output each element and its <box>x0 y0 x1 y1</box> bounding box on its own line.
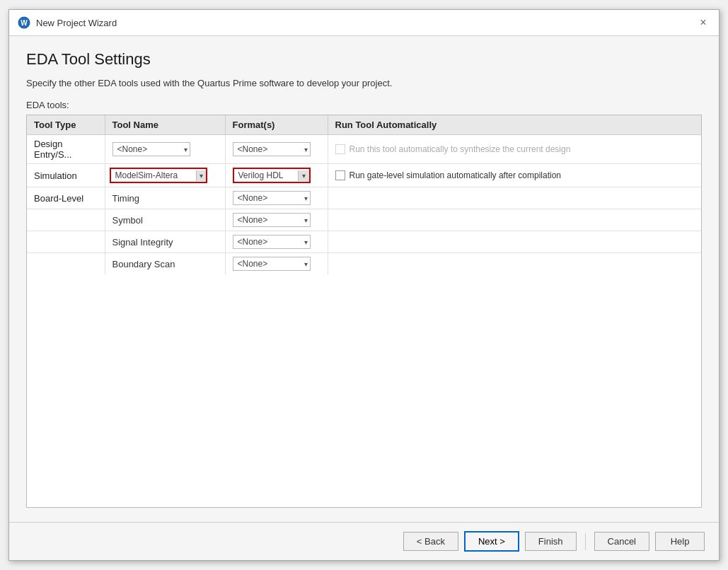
run-auto-design-entry-checkbox[interactable] <box>335 144 345 154</box>
dialog-title: New Project Wizard <box>36 18 117 28</box>
format-si-wrapper[interactable]: <None> <box>233 235 311 249</box>
table-row-signal-integrity: Signal Integrity <None> <box>27 231 701 253</box>
table-row-symbol: Symbol <None> <box>27 209 701 231</box>
tool-type-board-level: Board-Level <box>27 187 105 209</box>
dialog: W New Project Wizard × EDA Tool Settings… <box>8 9 720 561</box>
run-auto-simulation-checkbox[interactable] <box>335 170 345 180</box>
format-simulation-wrapper[interactable]: Verilog HDL ▾ <box>233 168 311 183</box>
finish-button[interactable]: Finish <box>525 532 577 551</box>
format-design-entry-wrapper[interactable]: <None> <box>233 142 311 156</box>
svg-text:W: W <box>21 19 28 27</box>
tool-name-timing-label: Timing <box>112 193 140 204</box>
tool-name-simulation-wrapper[interactable]: ModelSim-Altera ▾ <box>110 168 207 183</box>
tool-name-si-cell: Signal Integrity <box>105 231 225 253</box>
format-si-select[interactable]: <None> <box>233 235 311 249</box>
format-simulation-select[interactable]: Verilog HDL <box>234 169 298 182</box>
col-formats: Format(s) <box>225 115 328 135</box>
run-auto-si-cell <box>328 231 701 253</box>
format-bs-wrapper[interactable]: <None> <box>233 257 311 271</box>
eda-tools-table-container: Tool Type Tool Name Format(s) Run Tool A… <box>26 115 702 508</box>
format-timing-cell: <None> <box>225 187 328 209</box>
tool-type-empty-bs <box>27 253 105 275</box>
tool-type-empty-symbol <box>27 209 105 231</box>
description: Specify the other EDA tools used with th… <box>26 77 702 90</box>
format-symbol-wrapper[interactable]: <None> <box>233 213 311 227</box>
format-timing-wrapper[interactable]: <None> <box>233 191 311 205</box>
format-symbol-select[interactable]: <None> <box>233 213 311 227</box>
footer-divider <box>585 533 586 550</box>
format-symbol-cell: <None> <box>225 209 328 231</box>
col-tool-type: Tool Type <box>27 115 105 135</box>
format-bs-cell: <None> <box>225 253 328 275</box>
help-button[interactable]: Help <box>655 532 705 551</box>
page-title: EDA Tool Settings <box>26 50 702 69</box>
col-run-auto: Run Tool Automatically <box>328 115 701 135</box>
run-auto-symbol-cell <box>328 209 701 231</box>
format-si-cell: <None> <box>225 231 328 253</box>
run-auto-timing-cell <box>328 187 701 209</box>
table-row-simulation: Simulation ModelSim-Altera ▾ <box>27 164 701 187</box>
run-auto-design-entry-label: Run this tool automatically to synthesiz… <box>349 144 571 154</box>
cancel-button[interactable]: Cancel <box>594 532 649 551</box>
dialog-body: EDA Tool Settings Specify the other EDA … <box>9 36 719 522</box>
format-simulation-arrow[interactable]: ▾ <box>298 170 309 181</box>
close-button[interactable]: × <box>696 16 710 30</box>
format-bs-select[interactable]: <None> <box>233 257 311 271</box>
tool-type-empty-si <box>27 231 105 253</box>
dialog-footer: < Back Next > Finish Cancel Help <box>9 522 719 560</box>
format-design-entry-cell: <None> <box>225 135 328 164</box>
tool-type-design-entry: Design Entry/S... <box>27 135 105 164</box>
table-row: Design Entry/S... <None> <Non <box>27 135 701 164</box>
table-header-row: Tool Type Tool Name Format(s) Run Tool A… <box>27 115 701 135</box>
format-design-entry-select[interactable]: <None> <box>233 142 311 156</box>
table-row-timing: Board-Level Timing <None> <box>27 187 701 209</box>
tool-name-simulation-cell: ModelSim-Altera ▾ <box>105 164 225 187</box>
tool-name-design-entry-cell: <None> <box>105 135 225 164</box>
run-auto-design-entry-cell: Run this tool automatically to synthesiz… <box>328 135 701 164</box>
tool-name-bs-cell: Boundary Scan <box>105 253 225 275</box>
next-button[interactable]: Next > <box>464 531 519 552</box>
table-row-boundary-scan: Boundary Scan <None> <box>27 253 701 275</box>
tool-name-simulation-select[interactable]: ModelSim-Altera <box>111 169 196 182</box>
wizard-icon: W <box>18 16 30 29</box>
run-auto-bs-cell <box>328 253 701 275</box>
title-bar: W New Project Wizard × <box>9 10 719 36</box>
eda-tools-table: Tool Type Tool Name Format(s) Run Tool A… <box>27 115 701 274</box>
tool-type-simulation: Simulation <box>27 164 105 187</box>
col-tool-name: Tool Name <box>105 115 225 135</box>
tool-name-design-entry-select[interactable]: <None> <box>112 142 190 156</box>
run-auto-simulation-label: Run gate-level simulation automatically … <box>349 170 561 180</box>
tool-name-symbol-label: Symbol <box>112 215 143 226</box>
tool-name-bs-label: Boundary Scan <box>112 259 175 269</box>
back-button[interactable]: < Back <box>403 532 458 551</box>
tool-name-timing-cell: Timing <box>105 187 225 209</box>
section-label: EDA tools: <box>26 100 702 110</box>
tool-name-symbol-cell: Symbol <box>105 209 225 231</box>
tool-name-design-entry-wrapper[interactable]: <None> <box>112 142 190 156</box>
tool-name-si-label: Signal Integrity <box>112 237 173 248</box>
format-simulation-cell: Verilog HDL ▾ <box>225 164 328 187</box>
run-auto-simulation-cell: Run gate-level simulation automatically … <box>328 164 701 187</box>
format-timing-select[interactable]: <None> <box>233 191 311 205</box>
tool-name-simulation-arrow[interactable]: ▾ <box>196 170 206 181</box>
